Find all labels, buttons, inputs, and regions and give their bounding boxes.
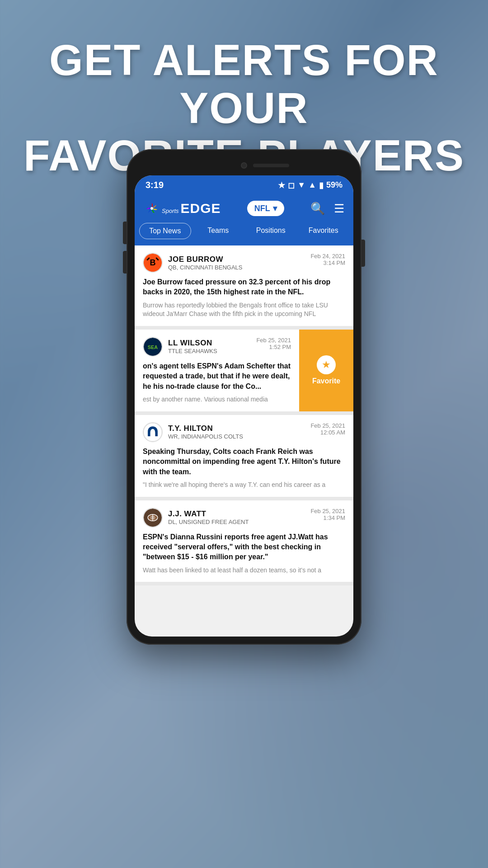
player-name: LL WILSON <box>168 339 217 348</box>
team-logo-football <box>143 508 163 528</box>
search-icon[interactable]: 🔍 <box>310 202 325 216</box>
article-time: 1:52 PM <box>256 344 291 350</box>
article-preview: Watt has been linked to at least half a … <box>143 566 345 575</box>
wifi-icon: ▼ <box>297 180 305 190</box>
favorite-label: Favorite <box>312 377 340 385</box>
card-header: SEA LL WILSON TTLE SEAHAWKS Feb 25, 2021 <box>143 337 291 357</box>
player-info: SEA LL WILSON TTLE SEAHAWKS <box>143 337 217 357</box>
svg-text:SEA: SEA <box>148 344 158 350</box>
sports-label: Sports <box>162 208 179 214</box>
power-button <box>361 240 365 267</box>
favorite-action-button[interactable]: ★ Favorite <box>299 330 353 411</box>
tab-positions[interactable]: Positions <box>245 223 296 239</box>
news-feed: B JOE BURROW QB, CINCINNATI BENGALS <box>135 245 353 585</box>
player-position: TTLE SEAHAWKS <box>168 348 217 354</box>
article-preview: "I think we're all hoping there's a way … <box>143 481 345 490</box>
news-card[interactable]: T.Y. HILTON WR, INDIANAPOLIS COLTS Feb 2… <box>135 415 353 497</box>
tab-teams[interactable]: Teams <box>193 223 244 239</box>
phone-mockup: 3:19 ★ ◻ ▼ ▲ ▮ 59% <box>127 149 361 645</box>
article-headline: Speaking Thursday, Colts coach Frank Rei… <box>143 447 345 477</box>
article-datetime: Feb 24, 2021 3:14 PM <box>310 253 345 266</box>
article-time: 1:34 PM <box>310 514 345 521</box>
phone-screen: 3:19 ★ ◻ ▼ ▲ ▮ 59% <box>135 175 353 637</box>
team-logo-seahawks: SEA <box>143 337 163 357</box>
nbc-peacock-icon <box>144 200 160 217</box>
nav-tabs: Top News Teams Positions Favorites <box>135 223 353 245</box>
news-card[interactable]: J.J. WATT DL, UNSIGNED FREE AGENT Feb 25… <box>135 500 353 582</box>
player-details: JOE BURROW QB, CINCINNATI BENGALS <box>168 255 242 271</box>
logo-area: Sports EDGE <box>144 200 221 217</box>
app-header: Sports EDGE NFL ▾ 🔍 ☰ <box>135 195 353 223</box>
svg-point-1 <box>150 207 153 210</box>
card-content: SEA LL WILSON TTLE SEAHAWKS Feb 25, 2021 <box>135 330 299 411</box>
volume-up-button <box>123 222 127 244</box>
header-icons: 🔍 ☰ <box>310 202 344 216</box>
league-name: NFL <box>254 204 270 213</box>
article-headline: Joe Burrow faced pressure on 32.3 percen… <box>143 277 345 297</box>
news-card-swiped[interactable]: SEA LL WILSON TTLE SEAHAWKS Feb 25, 2021 <box>135 330 353 411</box>
league-chevron-icon: ▾ <box>273 203 277 213</box>
article-date: Feb 24, 2021 <box>310 253 345 259</box>
player-name: JOE BURROW <box>168 255 242 264</box>
menu-icon[interactable]: ☰ <box>334 202 344 216</box>
edge-label: EDGE <box>181 202 221 215</box>
player-position: QB, CINCINNATI BENGALS <box>168 264 242 271</box>
article-preview: Burrow has reportedly lobbied the Bengal… <box>143 301 345 319</box>
card-header: T.Y. HILTON WR, INDIANAPOLIS COLTS Feb 2… <box>143 422 345 442</box>
battery-icon: ▮ <box>319 180 324 190</box>
volume-down-button <box>123 251 127 274</box>
tab-top-news[interactable]: Top News <box>139 223 191 239</box>
article-date: Feb 25, 2021 <box>256 337 291 344</box>
card-header: J.J. WATT DL, UNSIGNED FREE AGENT Feb 25… <box>143 508 345 528</box>
card-header: B JOE BURROW QB, CINCINNATI BENGALS <box>143 253 345 273</box>
player-position: DL, UNSIGNED FREE AGENT <box>168 519 249 525</box>
phone-icon: ◻ <box>288 180 295 190</box>
player-details: J.J. WATT DL, UNSIGNED FREE AGENT <box>168 509 249 525</box>
signal-icon: ▲ <box>308 180 316 190</box>
player-name: J.J. WATT <box>168 509 249 519</box>
team-logo-colts <box>143 422 163 442</box>
article-date: Feb 25, 2021 <box>310 508 345 514</box>
article-datetime: Feb 25, 2021 1:34 PM <box>310 508 345 521</box>
team-logo-bengals: B <box>143 253 163 273</box>
article-time: 3:14 PM <box>310 259 345 266</box>
player-info: B JOE BURROW QB, CINCINNATI BENGALS <box>143 253 242 273</box>
camera <box>241 162 247 169</box>
player-details: T.Y. HILTON WR, INDIANAPOLIS COLTS <box>168 424 243 440</box>
article-preview: est by another name. Various national me… <box>143 395 291 404</box>
news-card[interactable]: B JOE BURROW QB, CINCINNATI BENGALS <box>135 245 353 326</box>
player-info: J.J. WATT DL, UNSIGNED FREE AGENT <box>143 508 249 528</box>
tab-favorites[interactable]: Favorites <box>298 223 349 239</box>
player-info: T.Y. HILTON WR, INDIANAPOLIS COLTS <box>143 422 243 442</box>
status-bar: 3:19 ★ ◻ ▼ ▲ ▮ 59% <box>135 175 353 195</box>
league-selector[interactable]: NFL ▾ <box>247 201 284 216</box>
article-datetime: Feb 25, 2021 1:52 PM <box>256 337 291 350</box>
speaker <box>253 164 289 167</box>
phone-notch <box>135 157 353 174</box>
player-name: T.Y. HILTON <box>168 424 243 433</box>
svg-point-8 <box>144 423 162 441</box>
svg-text:B: B <box>150 258 155 267</box>
article-headline: on's agent tells ESPN's Adam Schefter th… <box>143 361 291 392</box>
status-time: 3:19 <box>145 180 164 190</box>
article-date: Feb 25, 2021 <box>310 422 345 429</box>
article-datetime: Feb 25, 2021 12:05 AM <box>310 422 345 436</box>
favorite-star-icon: ★ <box>317 355 336 374</box>
battery-percent: 59% <box>326 180 343 190</box>
article-headline: ESPN's Dianna Russini reports free agent… <box>143 532 345 562</box>
article-time: 12:05 AM <box>310 429 345 436</box>
status-icons: ★ ◻ ▼ ▲ ▮ 59% <box>278 180 343 190</box>
bluetooth-icon: ★ <box>278 180 285 190</box>
player-position: WR, INDIANAPOLIS COLTS <box>168 433 243 440</box>
phone-body: 3:19 ★ ◻ ▼ ▲ ▮ 59% <box>127 149 361 645</box>
player-details: LL WILSON TTLE SEAHAWKS <box>168 339 217 354</box>
